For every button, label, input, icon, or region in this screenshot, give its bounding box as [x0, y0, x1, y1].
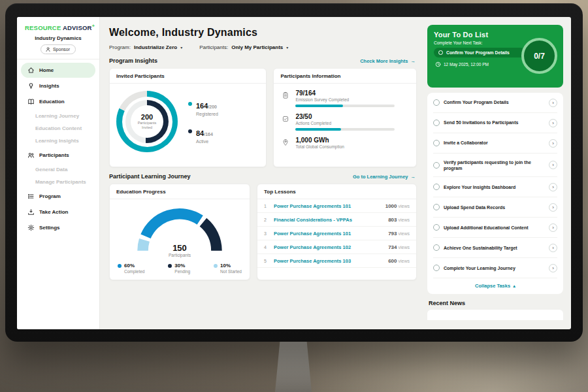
- card-title: Participants Information: [274, 69, 416, 84]
- checkbox-icon[interactable]: [438, 50, 443, 55]
- registered-label: Registered: [196, 112, 218, 116]
- task-open-button[interactable]: ›: [549, 223, 557, 232]
- task-row[interactable]: Upload Additional Educational Content ›: [433, 218, 557, 238]
- legend-pending: 30% Pending: [168, 263, 190, 274]
- lesson-row[interactable]: 2 Financial Considerations - VPPAs 803vi…: [257, 213, 416, 227]
- sidebar-item-education-content[interactable]: Education Content: [17, 122, 99, 135]
- task-checkbox[interactable]: [433, 99, 440, 106]
- task-open-button[interactable]: ›: [549, 264, 557, 272]
- task-open-button[interactable]: ›: [549, 119, 557, 127]
- task-row[interactable]: Complete Your Learning Journey ›: [433, 258, 557, 278]
- sidebar-item-settings[interactable]: Settings: [21, 220, 95, 235]
- participants-filter-value: Only My Participants: [231, 44, 283, 50]
- stat-emission-survey: 79/164 Emission Survey Completed: [282, 90, 408, 107]
- lesson-row[interactable]: 5 Power Purchase Agreements 103 600views: [257, 254, 416, 268]
- legend-not-started: 10% Not Started: [214, 263, 242, 274]
- role-badge-label: Sponsor: [53, 47, 70, 52]
- sidebar: RESOURCE ADVISOR+ Industry Dynamics Spon…: [17, 17, 100, 329]
- task-row[interactable]: Invite a Collaborator ›: [433, 133, 557, 154]
- sidebar-item-education[interactable]: Education: [21, 94, 95, 109]
- task-row[interactable]: Send 50 Invitations to Participants ›: [433, 113, 557, 133]
- sidebar-item-program[interactable]: Program: [21, 189, 95, 204]
- navy-dot-icon: [168, 264, 172, 268]
- lesson-row[interactable]: 4 Power Purchase Agreements 102 734views: [257, 240, 416, 254]
- task-checkbox[interactable]: [433, 162, 440, 169]
- location-pin-icon: [282, 139, 289, 146]
- lesson-link[interactable]: Power Purchase Agreements 103: [274, 258, 384, 264]
- sidebar-item-label: Settings: [39, 225, 60, 231]
- monitor-bezel: RESOURCE ADVISOR+ Industry Dynamics Spon…: [5, 3, 583, 342]
- lesson-row[interactable]: 3 Power Purchase Agreements 101 793views: [257, 227, 416, 240]
- task-open-button[interactable]: ›: [549, 183, 557, 191]
- program-filter-label: Program:: [109, 44, 131, 50]
- app-logo: RESOURCE ADVISOR+: [17, 17, 99, 34]
- task-checkbox[interactable]: [433, 224, 440, 231]
- registered-total: /200: [208, 105, 217, 109]
- next-task-pill[interactable]: Confirm Your Program Details: [434, 48, 525, 57]
- sidebar-item-manage-participants[interactable]: Manage Participants: [17, 176, 99, 188]
- views-word: views: [398, 259, 410, 263]
- home-icon: [27, 67, 35, 74]
- sidebar-item-home[interactable]: Home: [21, 63, 95, 78]
- sidebar-item-participants[interactable]: Participants: [21, 148, 95, 163]
- task-row[interactable]: Confirm Your Program Details ›: [433, 93, 557, 113]
- chevron-right-icon: ›: [552, 100, 554, 106]
- collapse-tasks-link[interactable]: Collapse Tasks ▴: [433, 278, 557, 293]
- task-open-button[interactable]: ›: [549, 244, 557, 252]
- lesson-row[interactable]: 1 Power Purchase Agreements 101 1000view…: [257, 199, 416, 213]
- task-open-button[interactable]: ›: [549, 99, 557, 107]
- task-checkbox[interactable]: [433, 265, 440, 271]
- task-open-button[interactable]: ›: [549, 139, 557, 148]
- monitor-stand: [275, 338, 312, 392]
- task-label: Verify participants requesting to join t…: [444, 159, 545, 171]
- task-checkbox[interactable]: [433, 184, 440, 190]
- task-open-button[interactable]: ›: [549, 161, 557, 169]
- lesson-rank: 5: [264, 259, 269, 263]
- task-row[interactable]: Achieve One Sustainability Target ›: [433, 238, 557, 258]
- legend-active: 84/164 Active: [188, 127, 218, 144]
- sidebar-item-learning-insights[interactable]: Learning Insights: [17, 135, 99, 147]
- invited-donut-chart: 200 Participants Invited: [116, 91, 178, 152]
- participants-information-card: Participants Information 79/164 Emission…: [273, 68, 417, 167]
- task-open-button[interactable]: ›: [549, 203, 557, 212]
- active-value: 84: [196, 129, 204, 137]
- section-title: Program Insights: [109, 57, 157, 64]
- education-gauge-chart: 150 Participants: [128, 202, 231, 259]
- task-row[interactable]: Upload Spend Data Records ›: [433, 197, 557, 218]
- collapse-label: Collapse Tasks: [475, 283, 510, 289]
- progress-bar: [295, 128, 395, 131]
- sidebar-item-label: Insights: [39, 83, 59, 89]
- participants-filter[interactable]: Participants: Only My Participants ▾: [199, 44, 288, 50]
- navy-dot-icon: [188, 129, 192, 133]
- check-more-insights-link[interactable]: Check More Insights →: [360, 58, 416, 64]
- task-checkbox[interactable]: [433, 140, 440, 146]
- task-checkbox[interactable]: [433, 244, 440, 251]
- task-label: Upload Spend Data Records: [444, 204, 545, 210]
- lesson-views: 734: [388, 244, 397, 250]
- sidebar-item-take-action[interactable]: Take Action: [21, 204, 95, 220]
- lesson-rank: 4: [264, 245, 269, 250]
- gauge-legend: 60% Completed 30% Pending 10% Not Starte…: [110, 259, 250, 274]
- task-label: Invite a Collaborator: [444, 140, 545, 146]
- list-icon: [27, 193, 35, 200]
- program-filter[interactable]: Program: Industrialize Zero ▾: [109, 44, 182, 50]
- blue-dot-icon: [118, 264, 122, 268]
- lesson-link[interactable]: Power Purchase Agreements 101: [274, 231, 384, 237]
- sidebar-item-general-data[interactable]: General Data: [17, 163, 99, 176]
- task-row[interactable]: Explore Your Insights Dashboard ›: [433, 177, 557, 197]
- go-to-learning-journey-link[interactable]: Go to Learning Journey →: [353, 174, 416, 180]
- recent-news-title: Recent News: [429, 300, 563, 306]
- lesson-link[interactable]: Power Purchase Agreements 101: [274, 203, 381, 209]
- stat-global-consumption: 1,000 GWh Total Global Consumption: [282, 137, 408, 152]
- chevron-right-icon: ›: [552, 225, 554, 231]
- next-task-label: Confirm Your Program Details: [446, 50, 510, 55]
- stat-label: Total Global Consumption: [295, 144, 344, 149]
- task-checkbox[interactable]: [433, 204, 440, 210]
- chevron-down-icon: ▾: [180, 45, 182, 50]
- lesson-link[interactable]: Power Purchase Agreements 102: [274, 244, 384, 250]
- lesson-link[interactable]: Financial Considerations - VPPAs: [274, 217, 384, 223]
- sidebar-item-insights[interactable]: Insights: [21, 78, 95, 93]
- sidebar-item-learning-journey[interactable]: Learning Journey: [17, 110, 99, 122]
- task-checkbox[interactable]: [433, 120, 440, 126]
- task-row[interactable]: Verify participants requesting to join t…: [433, 154, 557, 177]
